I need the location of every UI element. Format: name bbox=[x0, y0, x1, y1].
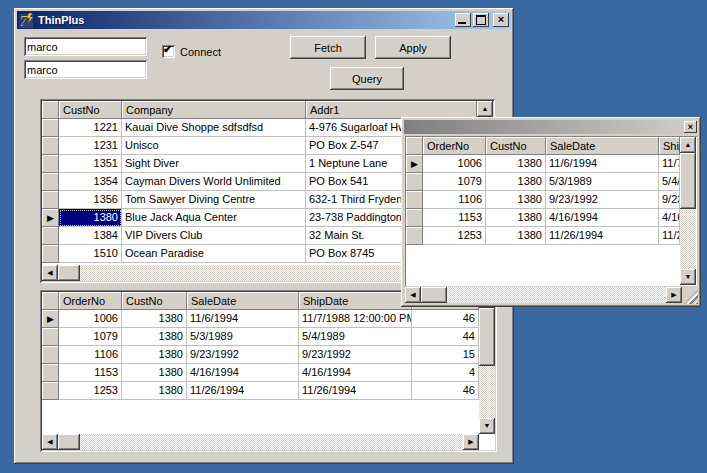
cell-col5[interactable]: 4 bbox=[412, 364, 479, 382]
cell-custno[interactable]: 1380 bbox=[122, 328, 187, 346]
table-row[interactable]: 1153 1380 4/16/1994 4/16/1994 bbox=[406, 209, 696, 227]
connect-checkbox[interactable]: ✔ bbox=[162, 45, 175, 58]
cell-shipdate[interactable]: 11/26/1994 bbox=[299, 382, 412, 400]
scroll-down-button[interactable]: ▼ bbox=[680, 269, 696, 285]
cell-saledate[interactable]: 5/3/1989 bbox=[546, 173, 659, 191]
popup-titlebar[interactable]: × bbox=[404, 120, 698, 134]
cell-company[interactable]: Kauai Dive Shoppe sdfsdfsd bbox=[122, 119, 306, 137]
column-header-company[interactable]: Company bbox=[122, 101, 306, 119]
column-header-orderno[interactable]: OrderNo bbox=[423, 137, 486, 155]
cell-orderno[interactable]: 1006 bbox=[59, 310, 122, 328]
password-input[interactable] bbox=[24, 60, 147, 79]
cell-orderno[interactable]: 1253 bbox=[59, 382, 122, 400]
close-button[interactable]: × bbox=[493, 13, 509, 27]
cell-custno[interactable]: 1380 bbox=[486, 209, 546, 227]
scroll-left-button[interactable]: ◀ bbox=[405, 287, 421, 303]
cell-orderno[interactable]: 1106 bbox=[423, 191, 486, 209]
table-row[interactable]: 1106 1380 9/23/1992 9/23/1992 15 bbox=[42, 346, 495, 364]
cell-orderno[interactable]: 1253 bbox=[423, 227, 486, 245]
resize-grip[interactable] bbox=[684, 290, 698, 304]
cell-company[interactable]: Sight Diver bbox=[122, 155, 306, 173]
cell-custno[interactable]: 1384 bbox=[59, 227, 122, 245]
cell-shipdate[interactable]: 5/4/1989 bbox=[659, 173, 680, 191]
scrollbar-thumb[interactable] bbox=[421, 287, 447, 303]
scrollbar-thumb[interactable] bbox=[58, 434, 80, 450]
maximize-button[interactable] bbox=[473, 13, 489, 27]
scrollbar-thumb[interactable] bbox=[680, 153, 696, 209]
orders-hscrollbar[interactable]: ◀ ▶ bbox=[42, 434, 479, 450]
table-row-current[interactable]: ▶ 1006 1380 11/6/1994 11/7/1988 12:00:00… bbox=[42, 310, 495, 328]
column-header-custno[interactable]: CustNo bbox=[486, 137, 546, 155]
cell-saledate[interactable]: 11/26/1994 bbox=[187, 382, 299, 400]
query-button[interactable]: Query bbox=[330, 67, 404, 90]
cell-custno[interactable]: 1380 bbox=[486, 173, 546, 191]
column-header-custno[interactable]: CustNo bbox=[122, 292, 187, 310]
cell-custno[interactable]: 1351 bbox=[59, 155, 122, 173]
scroll-up-button[interactable]: ▲ bbox=[680, 137, 696, 153]
table-row[interactable]: 1079 1380 5/3/1989 5/4/1989 44 bbox=[42, 328, 495, 346]
scroll-right-button[interactable]: ▶ bbox=[666, 287, 682, 303]
column-header-custno[interactable]: CustNo bbox=[59, 101, 122, 119]
cell-saledate[interactable]: 5/3/1989 bbox=[187, 328, 299, 346]
cell-shipdate[interactable]: 9/23/1992 bbox=[659, 191, 680, 209]
cell-shipdate[interactable]: 11/7/1988 12:00:00 PM bbox=[299, 310, 412, 328]
scroll-right-button[interactable]: ▶ bbox=[463, 434, 479, 450]
cell-col5[interactable]: 44 bbox=[412, 328, 479, 346]
minimize-button[interactable] bbox=[455, 13, 471, 27]
cell-company[interactable]: Ocean Paradise bbox=[122, 245, 306, 263]
cell-shipdate[interactable]: 4/16/1994 bbox=[659, 209, 680, 227]
cell-col5[interactable]: 15 bbox=[412, 346, 479, 364]
column-header-orderno[interactable]: OrderNo bbox=[59, 292, 122, 310]
column-header-shipdate[interactable]: ShipDate bbox=[659, 137, 680, 155]
popup-vscrollbar[interactable]: ▲ ▼ bbox=[680, 137, 696, 285]
popup-hscrollbar[interactable]: ◀ ▶ bbox=[405, 287, 682, 303]
cell-custno[interactable]: 1380 bbox=[122, 382, 187, 400]
scroll-left-button[interactable]: ◀ bbox=[42, 434, 58, 450]
cell-custno[interactable]: 1354 bbox=[59, 173, 122, 191]
cell-company[interactable]: VIP Divers Club bbox=[122, 227, 306, 245]
column-header-saledate[interactable]: SaleDate bbox=[187, 292, 299, 310]
cell-company[interactable]: Cayman Divers World Unlimited bbox=[122, 173, 306, 191]
table-row[interactable]: 1253 1380 11/26/1994 11/26/1994 46 bbox=[42, 382, 495, 400]
cell-orderno[interactable]: 1079 bbox=[423, 173, 486, 191]
cell-orderno[interactable]: 1153 bbox=[59, 364, 122, 382]
apply-button[interactable]: Apply bbox=[375, 36, 451, 59]
cell-custno[interactable]: 1510 bbox=[59, 245, 122, 263]
cell-saledate[interactable]: 4/16/1994 bbox=[187, 364, 299, 382]
cell-custno[interactable]: 1380 bbox=[122, 310, 187, 328]
fetch-button[interactable]: Fetch bbox=[290, 36, 366, 59]
cell-custno[interactable]: 1380 bbox=[486, 155, 546, 173]
scroll-left-button[interactable]: ◀ bbox=[42, 265, 58, 281]
cell-custno[interactable]: 1380 bbox=[122, 346, 187, 364]
table-row[interactable]: 1106 1380 9/23/1992 9/23/1992 bbox=[406, 191, 696, 209]
cell-custno[interactable]: 1380 bbox=[486, 227, 546, 245]
cell-shipdate[interactable]: 11/26/1994 bbox=[659, 227, 680, 245]
cell-company[interactable]: Tom Sawyer Diving Centre bbox=[122, 191, 306, 209]
cell-custno[interactable]: 1356 bbox=[59, 191, 122, 209]
popup-close-button[interactable]: × bbox=[684, 121, 697, 133]
scrollbar-thumb[interactable] bbox=[479, 308, 495, 366]
cell-custno[interactable]: 1380 bbox=[122, 364, 187, 382]
table-row[interactable]: 1079 1380 5/3/1989 5/4/1989 bbox=[406, 173, 696, 191]
cell-orderno[interactable]: 1153 bbox=[423, 209, 486, 227]
cell-orderno[interactable]: 1106 bbox=[59, 346, 122, 364]
scroll-down-button[interactable]: ▼ bbox=[479, 418, 495, 434]
table-row[interactable]: 1153 1380 4/16/1994 4/16/1994 4 bbox=[42, 364, 495, 382]
cell-shipdate[interactable]: 9/23/1992 bbox=[299, 346, 412, 364]
cell-shipdate[interactable]: 4/16/1994 bbox=[299, 364, 412, 382]
cell-col5[interactable]: 46 bbox=[412, 382, 479, 400]
cell-orderno[interactable]: 1006 bbox=[423, 155, 486, 173]
titlebar[interactable]: 7 7 ThinPlus × bbox=[17, 11, 511, 29]
cell-custno[interactable]: 1380 bbox=[486, 191, 546, 209]
cell-saledate[interactable]: 9/23/1992 bbox=[187, 346, 299, 364]
cell-shipdate[interactable]: 11/7/1988 bbox=[659, 155, 680, 173]
scroll-up-button[interactable]: ▲ bbox=[477, 101, 493, 117]
cell-orderno[interactable]: 1079 bbox=[59, 328, 122, 346]
table-row-current[interactable]: ▶ 1006 1380 11/6/1994 11/7/1988 bbox=[406, 155, 696, 173]
scrollbar-thumb[interactable] bbox=[58, 265, 80, 281]
cell-company[interactable]: Unisco bbox=[122, 137, 306, 155]
column-header-saledate[interactable]: SaleDate bbox=[546, 137, 659, 155]
cell-saledate[interactable]: 11/26/1994 bbox=[546, 227, 659, 245]
app-icon[interactable]: 7 7 bbox=[19, 13, 35, 28]
scrollbar-track[interactable] bbox=[42, 434, 479, 450]
